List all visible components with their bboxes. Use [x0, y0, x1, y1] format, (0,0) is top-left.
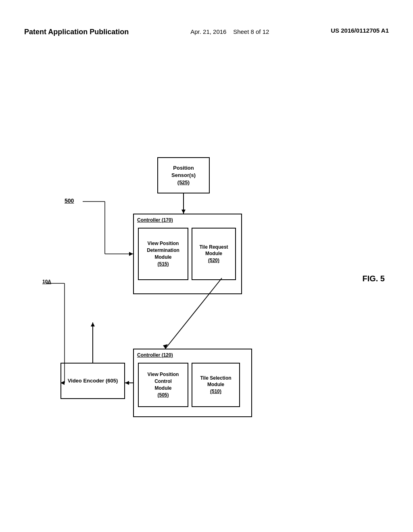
position-sensor-box: Position Sensor(s) (525): [157, 157, 210, 193]
ve-line1: Video Encoder (605): [68, 377, 118, 384]
controller-170-label: Controller (170): [136, 216, 175, 224]
tr-line1: Tile Request: [199, 244, 228, 251]
ref-500-label: 500: [65, 197, 74, 204]
publication-date: Apr. 21, 2016: [190, 28, 226, 35]
controller-170-box: Controller (170) View Position Determina…: [133, 214, 242, 294]
fig5-label: FIG. 5: [362, 274, 385, 283]
fig5-text: FIG. 5: [362, 274, 385, 283]
vpd-line4: (515): [157, 261, 169, 268]
header-left: Patent Application Publication: [24, 27, 129, 37]
ts-line1: Tile Selection: [200, 375, 231, 382]
vpd-line1: View Position: [148, 240, 179, 247]
header-center: Apr. 21, 2016 Sheet 8 of 12: [190, 27, 269, 37]
vpc-line3: Module: [155, 385, 172, 392]
sheet-info: Sheet 8 of 12: [233, 28, 269, 35]
svg-marker-7: [91, 322, 95, 326]
tr-line3: (520): [208, 257, 219, 264]
diagram-area: 500 10A Position Sensor(s) (525) Control…: [24, 81, 389, 451]
view-position-ctrl-box: View Position Control Module (505): [138, 363, 188, 407]
vpd-line2: Determination: [147, 247, 179, 254]
svg-marker-3: [163, 344, 168, 349]
tile-request-box: Tile Request Module (520): [192, 228, 236, 280]
controller-120-box: Controller (120) View Position Control M…: [133, 349, 252, 417]
patent-number: US 2016/0112705 A1: [331, 27, 389, 34]
page-header: Patent Application Publication Apr. 21, …: [0, 27, 413, 37]
view-position-det-box: View Position Determination Module (515): [138, 228, 188, 280]
video-encoder-box: Video Encoder (605): [60, 363, 125, 399]
tile-selection-box: Tile Selection Module (510): [192, 363, 240, 407]
svg-marker-11: [129, 252, 133, 256]
compressed-video-label: 10A: [42, 278, 51, 293]
controller-120-label: Controller (120): [136, 351, 175, 360]
ts-line3: (510): [210, 388, 221, 395]
svg-marker-5: [125, 381, 129, 385]
vpc-line4: (505): [157, 392, 169, 399]
publication-title: Patent Application Publication: [24, 28, 129, 36]
svg-marker-1: [181, 210, 186, 214]
tr-line2: Module: [205, 250, 222, 257]
vpc-line2: Control: [154, 378, 172, 385]
vpc-line1: View Position: [148, 371, 179, 378]
header-right: US 2016/0112705 A1: [331, 27, 389, 34]
pos-sensor-line3: (525): [177, 179, 190, 186]
ref-10a: 10A: [42, 278, 51, 285]
pos-sensor-line1: Position: [173, 164, 194, 172]
ts-line2: Module: [207, 381, 224, 388]
vpd-line3: Module: [155, 254, 172, 261]
pos-sensor-line2: Sensor(s): [171, 172, 196, 179]
